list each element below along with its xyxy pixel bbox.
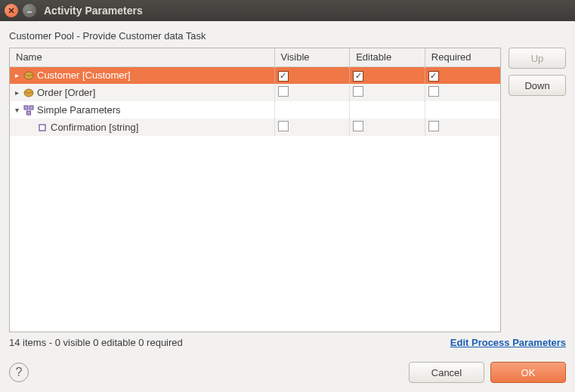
expander-icon[interactable]: ▸ [13,71,20,79]
up-button[interactable]: Up [509,48,566,69]
group-icon [23,105,34,116]
svg-rect-3 [29,106,33,110]
cancel-button[interactable]: Cancel [409,362,484,383]
minimize-icon[interactable] [23,4,36,17]
required-checkbox[interactable]: ✓ [428,71,439,82]
help-button[interactable]: ? [9,363,29,382]
ok-button[interactable]: OK [490,362,566,383]
column-header-required[interactable]: Required [425,48,500,66]
row-label: Simple Parameters [37,104,121,116]
object-icon [23,70,34,81]
parameters-table: Name Visible Editable Required ▸Customer… [9,48,501,332]
svg-rect-4 [27,111,31,115]
leaf-icon [37,122,48,133]
editable-checkbox[interactable]: ✓ [353,71,363,82]
help-icon: ? [16,366,23,379]
row-label: Confirmation [string] [51,122,138,133]
editable-checkbox[interactable] [353,121,363,131]
table-row[interactable]: Confirmation [string] [10,119,500,136]
row-label: Customer [Customer] [37,69,131,81]
visible-checkbox[interactable] [278,86,289,97]
window-title: Activity Parameters [44,5,143,17]
close-icon[interactable] [5,4,18,17]
titlebar: Activity Parameters [0,0,575,21]
required-checkbox[interactable] [428,121,439,131]
visible-checkbox[interactable]: ✓ [278,71,289,82]
visible-checkbox[interactable] [278,121,289,131]
column-header-visible[interactable]: Visible [274,48,350,66]
table-row[interactable]: ▸Customer [Customer]✓✓✓ [10,66,500,84]
column-header-name[interactable]: Name [10,48,274,66]
required-checkbox[interactable] [428,86,439,97]
edit-process-parameters-link[interactable]: Edit Process Parameters [450,337,566,348]
editable-checkbox[interactable] [353,86,363,97]
subtitle: Customer Pool - Provide Customer data Ta… [9,30,566,42]
row-label: Order [Order] [37,87,95,98]
svg-point-0 [24,72,33,79]
table-row[interactable]: ▸Order [Order] [10,84,500,101]
status-text: 14 items - 0 visible 0 editable 0 requir… [9,337,183,348]
svg-rect-5 [39,125,45,131]
table-row[interactable]: ▾Simple Parameters [10,101,500,119]
expander-icon[interactable]: ▾ [13,106,20,114]
column-header-editable[interactable]: Editable [350,48,425,66]
svg-point-1 [24,89,33,97]
svg-rect-2 [24,106,28,110]
object-icon [23,88,34,98]
down-button[interactable]: Down [509,75,566,96]
expander-icon[interactable]: ▸ [13,88,20,97]
